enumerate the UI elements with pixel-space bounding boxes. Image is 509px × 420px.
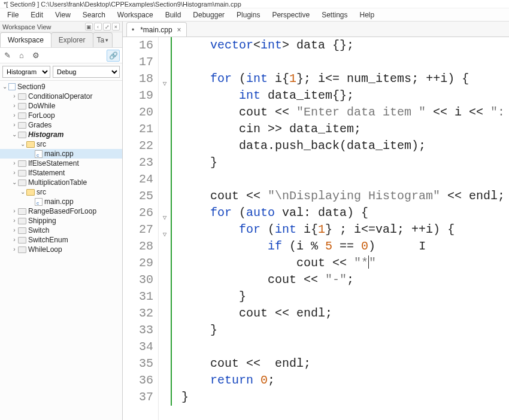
line-number: 18 bbox=[123, 71, 153, 87]
tab-explorer-label: Explorer bbox=[59, 36, 86, 44]
code-line[interactable]: if (i % 5 == 0) I bbox=[181, 238, 509, 255]
line-number: 36 bbox=[123, 372, 153, 389]
code-line[interactable]: for (auto val: data) { bbox=[181, 205, 509, 221]
menu-edit[interactable]: Edit bbox=[26, 10, 48, 20]
tab-more[interactable]: Ta ▾ bbox=[93, 32, 113, 47]
tree-item-shipping[interactable]: ›Shipping bbox=[0, 216, 122, 226]
line-number: 34 bbox=[123, 339, 153, 355]
menu-help[interactable]: Help bbox=[355, 10, 380, 20]
folder-icon bbox=[18, 132, 26, 138]
line-number: 28 bbox=[123, 238, 153, 255]
tree-item-switch[interactable]: ›Switch bbox=[0, 226, 122, 235]
line-number: 25 bbox=[123, 188, 153, 205]
code-line[interactable]: } bbox=[181, 288, 509, 305]
code-line[interactable]: vector<int> data {}; bbox=[181, 37, 509, 54]
folder-icon bbox=[26, 141, 35, 148]
code-line[interactable]: cout << endl; bbox=[181, 305, 509, 322]
code-line[interactable]: for (int i{1}; i<= num_items; ++i) { bbox=[181, 71, 509, 87]
menu-file[interactable]: File bbox=[2, 10, 23, 20]
code-line[interactable] bbox=[181, 171, 509, 188]
tree-item-switchenum[interactable]: ›SwitchEnum bbox=[0, 235, 122, 245]
panel-expand-icon[interactable]: ⤢ bbox=[103, 23, 111, 31]
menu-build[interactable]: Build bbox=[160, 10, 186, 20]
tree-item-main-cpp[interactable]: main.cpp bbox=[0, 149, 122, 159]
code-editor[interactable]: 1617181920212223242526272829303132333435… bbox=[123, 37, 509, 420]
workspace-tabs: Workspace Explorer Ta ▾ bbox=[0, 32, 122, 48]
code-line[interactable]: } bbox=[181, 389, 509, 406]
cursor-icon[interactable]: ✎ bbox=[2, 51, 12, 60]
panel-close-icon[interactable]: × bbox=[112, 23, 120, 31]
code-line[interactable]: cin >> data_item; bbox=[181, 121, 509, 138]
menu-bar: FileEditViewSearchWorkspaceBuildDebugger… bbox=[0, 8, 509, 22]
code-line[interactable]: } bbox=[181, 154, 509, 171]
fold-toggle-icon[interactable]: ▽ bbox=[160, 226, 169, 243]
editor-tab-main[interactable]: • *main.cpp × bbox=[126, 22, 187, 36]
workspace-view-label: Workspace View bbox=[2, 23, 51, 31]
code-line[interactable]: cout << "\nDisplaying Histogram" << endl… bbox=[181, 188, 509, 205]
code-line[interactable] bbox=[181, 54, 509, 71]
menu-plugins[interactable]: Plugins bbox=[232, 10, 265, 20]
workspace-view-header: Workspace View ▣ ‹ ⤢ × bbox=[0, 22, 122, 32]
tree-item-multiplicationtable[interactable]: ⌄MultiplicationTable bbox=[0, 178, 122, 187]
code-line[interactable]: } bbox=[181, 322, 509, 339]
link-icon[interactable]: 🔗 bbox=[107, 50, 120, 62]
tab-more-label: Ta bbox=[97, 36, 105, 44]
tree-item-histogram[interactable]: ⌄Histogram bbox=[0, 130, 122, 139]
menu-settings[interactable]: Settings bbox=[317, 10, 352, 20]
tab-workspace[interactable]: Workspace bbox=[0, 32, 51, 47]
folder-icon bbox=[18, 122, 26, 129]
tree-item-conditionaloperator[interactable]: ›ConditionalOperator bbox=[0, 92, 122, 101]
fold-toggle-icon[interactable]: ▽ bbox=[160, 209, 169, 226]
tab-explorer[interactable]: Explorer bbox=[51, 32, 93, 47]
line-number: 22 bbox=[123, 138, 153, 154]
fold-toggle-icon[interactable]: ▽ bbox=[160, 75, 169, 92]
code-line[interactable]: cout << endl; bbox=[181, 355, 509, 372]
home-icon[interactable]: ⌂ bbox=[17, 51, 26, 60]
tree-item-ifelsestatement[interactable]: ›IfElseStatement bbox=[0, 159, 122, 168]
tree-item-src[interactable]: ⌄src bbox=[0, 139, 122, 149]
window-title: *[ Section9 ] C:\Users\frank\Desktop\CPP… bbox=[0, 0, 509, 8]
menu-workspace[interactable]: Workspace bbox=[113, 10, 158, 20]
tree-root[interactable]: ⌄Section9 bbox=[0, 82, 122, 92]
code-line[interactable] bbox=[181, 339, 509, 355]
project-select[interactable]: Histogram bbox=[2, 66, 50, 78]
code-line[interactable]: cout << "*" bbox=[181, 255, 509, 272]
panel-chevron-icon[interactable]: ‹ bbox=[94, 23, 102, 31]
code-line[interactable]: for (int i{1} ; i<=val; ++i) { bbox=[181, 221, 509, 238]
folder-icon bbox=[18, 103, 26, 109]
workspace-toolbar: ✎ ⌂ ⚙ 🔗 bbox=[0, 48, 122, 63]
editor-tabs: • *main.cpp × bbox=[123, 22, 509, 37]
gear-icon[interactable]: ⚙ bbox=[31, 51, 41, 60]
menu-search[interactable]: Search bbox=[78, 10, 110, 20]
menu-debugger[interactable]: Debugger bbox=[188, 10, 229, 20]
menu-perspective[interactable]: Perspective bbox=[267, 10, 314, 20]
folder-icon bbox=[18, 112, 26, 119]
tree-item-grades[interactable]: ›Grades bbox=[0, 120, 122, 130]
fold-column[interactable]: ▽▽▽ bbox=[159, 37, 172, 406]
code-line[interactable]: int data_item{}; bbox=[181, 87, 509, 104]
tree-item-ifstatement[interactable]: ›IfStatement bbox=[0, 168, 122, 178]
tree-item-dowhile[interactable]: ›DoWhile bbox=[0, 101, 122, 111]
line-number: 35 bbox=[123, 355, 153, 372]
code-content[interactable]: vector<int> data {}; for (int i{1}; i<= … bbox=[172, 37, 509, 420]
tree-item-whileloop[interactable]: ›WhileLoop bbox=[0, 245, 122, 254]
line-number-gutter: 1617181920212223242526272829303132333435… bbox=[123, 37, 159, 420]
config-select[interactable]: Debug bbox=[53, 66, 120, 78]
panel-float-icon[interactable]: ▣ bbox=[85, 23, 93, 31]
code-line[interactable]: return 0; bbox=[181, 372, 509, 389]
code-line[interactable]: cout << "-"; bbox=[181, 272, 509, 288]
code-line[interactable]: cout << "Enter data item " << i << ": "; bbox=[181, 104, 509, 121]
tree-item-main-cpp[interactable]: main.cpp bbox=[0, 197, 122, 206]
chevron-down-icon: ▾ bbox=[105, 37, 108, 43]
tree-item-src[interactable]: ⌄src bbox=[0, 187, 122, 197]
menu-view[interactable]: View bbox=[50, 10, 75, 20]
close-icon[interactable]: × bbox=[177, 26, 181, 34]
folder-icon bbox=[26, 189, 35, 196]
project-tree[interactable]: ⌄Section9›ConditionalOperator›DoWhile›Fo… bbox=[0, 81, 122, 420]
build-selectors: Histogram Debug bbox=[0, 63, 122, 81]
tree-item-rangebasedforloop[interactable]: ›RangeBasedForLoop bbox=[0, 206, 122, 216]
code-line[interactable]: data.push_back(data_item); bbox=[181, 138, 509, 154]
tree-item-forloop[interactable]: ›ForLoop bbox=[0, 111, 122, 120]
folder-icon bbox=[18, 179, 26, 186]
line-number: 26 bbox=[123, 205, 153, 221]
